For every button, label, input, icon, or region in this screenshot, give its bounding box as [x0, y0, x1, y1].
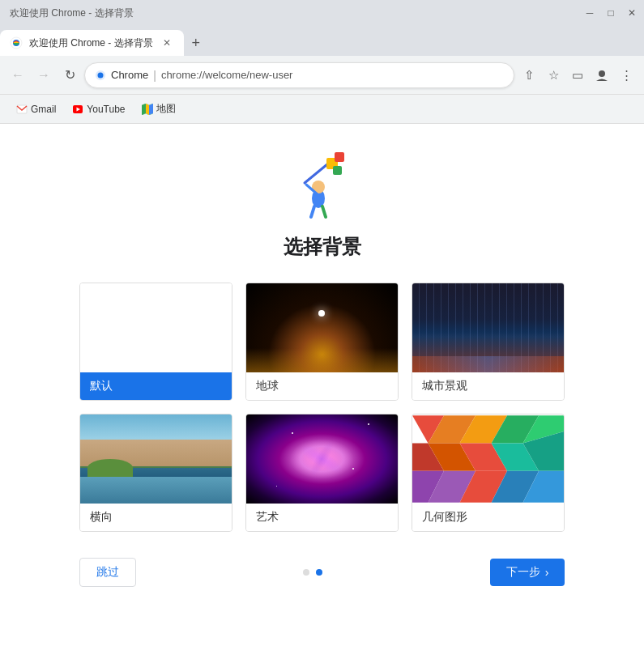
landscape-theme-preview	[80, 414, 232, 504]
maximize-button[interactable]: □	[605, 7, 616, 19]
active-tab[interactable]: 欢迎使用 Chrome - 选择背景 ✕	[0, 30, 184, 56]
star4	[368, 423, 369, 425]
city-theme-preview	[412, 283, 564, 372]
street-reflection	[412, 356, 564, 372]
bookmarks-bar: Gmail YouTube 地图	[0, 95, 644, 124]
youtube-label: YouTube	[87, 104, 125, 115]
url-brand: Chrome	[111, 69, 148, 81]
galaxy-theme-preview	[246, 414, 398, 504]
default-theme-label: 默认	[80, 372, 232, 400]
earth-moon	[318, 310, 325, 317]
geometric-svg	[412, 414, 564, 504]
gmail-icon	[16, 104, 28, 115]
refresh-button[interactable]: ↻	[58, 64, 81, 87]
dot-indicators	[303, 569, 322, 576]
bookmark-maps[interactable]: 地图	[135, 99, 182, 119]
tab-favicon-icon	[10, 36, 23, 49]
bookmark-gmail[interactable]: Gmail	[10, 100, 62, 118]
svg-line-14	[322, 206, 326, 217]
geometric-theme-preview	[412, 414, 564, 504]
svg-point-4	[599, 70, 605, 77]
svg-marker-9	[142, 104, 146, 115]
svg-rect-19	[335, 152, 344, 162]
default-theme-preview	[80, 283, 232, 372]
toolbar-actions: ⇧ ☆ ▭ ⋮	[518, 64, 638, 87]
earth-theme-label: 地球	[246, 372, 398, 400]
youtube-icon	[72, 104, 83, 115]
svg-marker-10	[146, 104, 149, 115]
window-titlebar: 欢迎使用 Chrome - 选择背景 ─ □ ✕	[0, 0, 644, 26]
profile-button[interactable]	[591, 64, 613, 87]
bookmark-youtube[interactable]: YouTube	[66, 100, 131, 118]
skip-button[interactable]: 跳过	[79, 558, 136, 587]
star2	[352, 468, 354, 470]
forward-button[interactable]: →	[32, 64, 55, 87]
star1	[292, 432, 293, 434]
bookmark-button[interactable]: ☆	[542, 64, 565, 87]
gmail-label: Gmail	[31, 104, 56, 115]
star3	[276, 486, 277, 487]
svg-point-3	[98, 72, 104, 78]
maps-icon	[142, 104, 153, 115]
tab-bar: 欢迎使用 Chrome - 选择背景 ✕ +	[0, 26, 644, 56]
profile-icon	[595, 68, 609, 83]
svg-marker-11	[149, 104, 153, 115]
dot-2	[316, 569, 322, 576]
next-arrow-icon: ›	[545, 566, 549, 579]
url-display: chrome://welcome/new-user	[161, 69, 293, 81]
city-theme-label: 城市景观	[412, 372, 564, 400]
art-theme-label: 艺术	[246, 504, 398, 531]
menu-button[interactable]: ⋮	[615, 64, 638, 87]
svg-line-13	[311, 206, 314, 217]
url-divider: |	[153, 69, 156, 82]
plants	[87, 459, 133, 477]
earth-glow	[246, 348, 398, 372]
split-screen-button[interactable]: ▭	[566, 64, 589, 87]
theme-earth-card[interactable]: 地球	[245, 283, 399, 401]
svg-rect-5	[17, 105, 27, 113]
share-button[interactable]: ⇧	[518, 64, 540, 87]
address-bar: ← → ↻ Chrome | chrome://welcome/new-user…	[0, 56, 644, 95]
theme-illustration-icon	[282, 140, 363, 221]
theme-default-card[interactable]: 默认	[79, 283, 232, 401]
page-title: 选择背景	[284, 234, 361, 260]
close-button[interactable]: ✕	[626, 7, 638, 19]
hero-illustration	[282, 140, 363, 221]
main-content: 选择背景 默认 地球 城市景观	[0, 124, 644, 663]
next-button-label: 下一步	[506, 565, 540, 580]
geometric-theme-label: 几何图形	[412, 504, 564, 531]
svg-rect-20	[333, 166, 342, 175]
theme-grid: 默认 地球 城市景观	[79, 283, 565, 532]
window-title-text: 欢迎使用 Chrome - 选择背景	[10, 6, 134, 20]
theme-city-card[interactable]: 城市景观	[412, 283, 565, 401]
chrome-icon	[95, 70, 106, 81]
dot-1	[303, 569, 309, 576]
back-button[interactable]: ←	[6, 64, 29, 87]
earth-theme-preview	[246, 283, 398, 372]
theme-landscape-card[interactable]: 横向	[79, 414, 232, 532]
theme-art-card[interactable]: 艺术	[245, 414, 399, 532]
new-tab-button[interactable]: +	[184, 30, 208, 56]
window-controls: ─ □ ✕	[584, 7, 638, 19]
url-bar[interactable]: Chrome | chrome://welcome/new-user	[84, 62, 514, 88]
landscape-theme-label: 横向	[80, 504, 232, 531]
theme-geometric-card[interactable]: 几何图形	[412, 414, 565, 532]
tab-label: 欢迎使用 Chrome - 选择背景	[29, 36, 153, 50]
water	[80, 477, 232, 504]
tab-close-button[interactable]: ✕	[160, 36, 174, 50]
minimize-button[interactable]: ─	[584, 7, 595, 19]
bottom-bar: 跳过 下一步 ›	[79, 551, 565, 593]
maps-label: 地图	[156, 102, 176, 116]
next-button[interactable]: 下一步 ›	[490, 559, 565, 586]
